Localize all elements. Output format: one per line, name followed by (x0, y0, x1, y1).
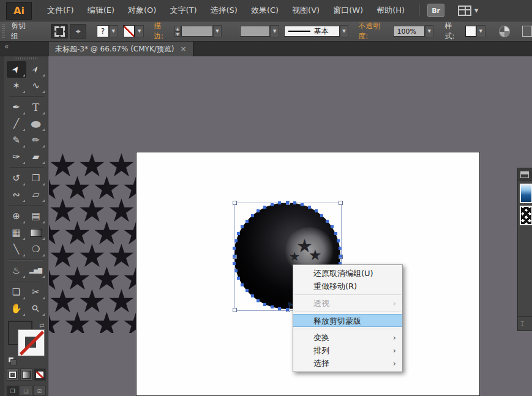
draw-inside-mode[interactable]: ⊡ (33, 386, 46, 396)
stroke-color-swatch[interactable] (123, 25, 135, 37)
align-panel-partial-icon[interactable] (522, 26, 532, 37)
document-title: 未标题-3* @ 66.67% (CMYK/预览) (55, 44, 174, 54)
gradient-button[interactable] (20, 368, 32, 381)
anchor-point (331, 225, 334, 228)
perspective-grid-tool[interactable]: ▤ (26, 208, 46, 225)
style-swatch[interactable] (465, 26, 476, 37)
brush-definition-field[interactable]: 基本 (284, 26, 340, 37)
shape-builder-tool[interactable]: ⊕ (7, 208, 26, 225)
style-dropdown[interactable]: ▼ (476, 25, 485, 37)
hand-tool[interactable]: ✋ (7, 301, 26, 317)
gradient-icon (22, 371, 31, 379)
menu-item-1[interactable]: 编辑(E) (81, 0, 121, 21)
stroke-swatch[interactable] (18, 329, 45, 356)
none-button[interactable] (34, 368, 46, 381)
magic-wand-tool[interactable]: ✶ (7, 78, 26, 94)
app-logo: Ai (6, 2, 32, 20)
direct-selection-tool[interactable]: ➢ (26, 61, 46, 78)
context-menu-item-9[interactable]: 选择› (293, 357, 402, 370)
fill-color-dropdown[interactable]: ▼ (109, 25, 118, 37)
menu-item-7[interactable]: 窗口(W) (326, 0, 370, 21)
rotate-tool[interactable]: ↺ (7, 170, 26, 187)
color-button[interactable] (7, 368, 19, 381)
free-transform-tool[interactable]: ▱ (26, 187, 46, 203)
variable-width-profile-field[interactable] (240, 26, 270, 37)
submenu-arrow-icon: › (393, 344, 396, 357)
blob-brush-tool[interactable]: ✑ (7, 149, 26, 165)
context-menu-item-1[interactable]: 重做移动(R) (293, 280, 402, 293)
swap-fill-stroke-icon[interactable]: ⇄ (39, 322, 44, 329)
menu-item-6[interactable]: 视图(V) (285, 0, 326, 21)
type-tool[interactable]: T (26, 99, 46, 116)
selection-handle[interactable] (339, 201, 343, 205)
right-panel-header[interactable] (518, 168, 532, 181)
opacity-field[interactable]: 100% (393, 26, 424, 37)
slice-tool[interactable]: ✂ (26, 284, 46, 301)
selection-handle[interactable] (233, 201, 237, 205)
selection-tool[interactable]: ➤ (7, 61, 26, 78)
target-icon: ⌖ (76, 27, 81, 35)
stepper-down-icon[interactable]: ▼ (174, 31, 181, 37)
menu-item-8[interactable]: 帮助(H) (370, 0, 411, 21)
zoom-tool[interactable]: ⚲ (26, 301, 46, 317)
mesh-tool[interactable]: ▦ (7, 225, 26, 241)
ellipse-tool[interactable]: ● (26, 116, 46, 132)
tool-panel-grip[interactable] (15, 58, 38, 59)
isolate-selection-button[interactable] (51, 24, 68, 39)
context-menu-item-8[interactable]: 排列› (293, 344, 402, 357)
close-tab-icon[interactable]: × (181, 45, 187, 53)
menu-item-4[interactable]: 选择(S) (203, 0, 244, 21)
stroke-weight-stepper[interactable]: ▲ ▼ (174, 26, 181, 37)
menu-item-0[interactable]: 文件(F) (40, 0, 81, 21)
selection-handle[interactable] (233, 308, 237, 312)
anchor-point (251, 214, 254, 217)
collapsed-right-panel[interactable]: ⌶ (517, 168, 532, 331)
stroke-color-dropdown[interactable]: ▼ (135, 25, 144, 37)
slice-tool-icon: ✂ (32, 288, 40, 297)
none-slash-icon (19, 331, 43, 355)
context-menu-item-7[interactable]: 变换› (293, 331, 402, 344)
pencil-tool[interactable]: ✏ (26, 132, 46, 149)
workspace-switcher[interactable]: ▼ (458, 6, 478, 16)
scale-tool[interactable]: ❐ (26, 170, 46, 187)
default-fill-stroke-icon[interactable] (8, 357, 16, 365)
stroke-weight-field[interactable] (181, 26, 212, 37)
menu-item-2[interactable]: 对象(O) (121, 0, 163, 21)
eraser-tool-icon: ▰ (32, 152, 40, 162)
context-menu-item-5[interactable]: 释放剪切蒙版 (293, 314, 402, 327)
paintbrush-tool[interactable]: ✎ (7, 132, 26, 149)
canvas-area[interactable]: ★★★★★★★★★★★★★★★★★★★★★★★★★★★★ ★★★ ➤ 还原取消编… (49, 56, 532, 396)
draw-behind-mode[interactable]: ❏ (20, 386, 32, 396)
opacity-dropdown[interactable]: ▼ (425, 25, 434, 37)
variable-width-profile-dropdown[interactable]: ▼ (270, 25, 279, 37)
menu-item-5[interactable]: 效果(C) (244, 0, 285, 21)
menu-item-3[interactable]: 文字(T) (163, 0, 203, 21)
pen-tool[interactable]: ✒ (7, 99, 26, 116)
document-tab[interactable]: 未标题-3* @ 66.67% (CMYK/预览) × (49, 42, 193, 56)
pattern-swatch-thumbnail[interactable] (520, 206, 532, 225)
bridge-button[interactable]: Br (427, 4, 444, 17)
brush-definition-dropdown[interactable]: ▼ (340, 25, 349, 37)
draw-normal-mode[interactable]: ❐ (7, 386, 20, 396)
width-tool[interactable]: ∾ (7, 187, 26, 203)
fill-color-swatch[interactable]: ? (97, 25, 109, 37)
column-graph-tool[interactable]: ▂▅▇ (26, 263, 46, 279)
opacity-link[interactable]: 不透明度: (358, 21, 389, 42)
gradient-tool[interactable] (26, 225, 46, 241)
recolor-artwork-icon[interactable] (499, 26, 511, 37)
blend-tool[interactable]: ❍ (26, 241, 46, 258)
line-segment-tool[interactable]: ╱ (7, 116, 26, 132)
collapse-panel-icon[interactable]: « (4, 43, 9, 50)
context-menu-item-0[interactable]: 还原取消编组(U) (293, 267, 402, 280)
stroke-weight-dropdown[interactable]: ▼ (213, 25, 222, 37)
stroke-link[interactable]: 描边: (154, 21, 171, 42)
edit-contents-button[interactable]: ⌖ (70, 24, 87, 39)
eraser-tool[interactable]: ▰ (26, 149, 46, 165)
eyedropper-tool[interactable]: ╲ (7, 241, 26, 258)
gradient-swatch-thumbnail[interactable] (520, 184, 532, 203)
lasso-tool[interactable]: ∿ (26, 78, 46, 94)
artboard-tool[interactable]: ❏ (7, 284, 26, 301)
stepper-up-icon[interactable]: ▲ (174, 26, 181, 31)
symbol-sprayer-tool[interactable]: ♨ (7, 263, 26, 279)
panel-grip[interactable] (2, 24, 5, 38)
